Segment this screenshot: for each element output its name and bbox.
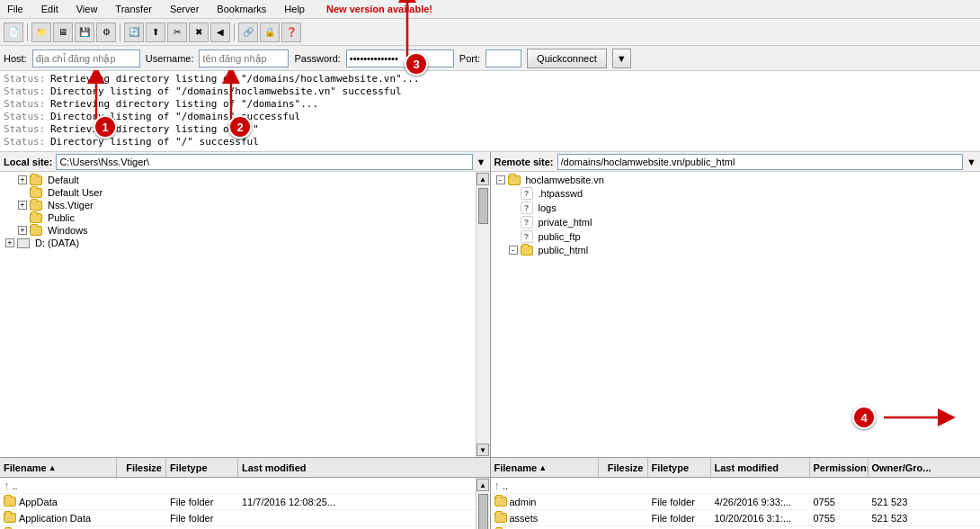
toolbar-btn-8[interactable]: ◀	[210, 22, 230, 42]
local-tree-scrollbar[interactable]: ▲ ▼	[476, 172, 490, 457]
file-cell-size	[117, 478, 166, 493]
toolbar-btn-refresh[interactable]: 🔄	[124, 22, 144, 42]
toolbar: 📄 📁 🖥 💾 ⚙ 🔄 ⬆ ✂ ✖ ◀ 🔗 🔒 ❓	[0, 19, 980, 46]
local-path-input[interactable]	[56, 154, 472, 170]
file-cell-modified: 4/26/2016 9:33:...	[711, 494, 810, 509]
toolbar-btn-9[interactable]: 🔗	[238, 22, 258, 42]
tree-item[interactable]: ?private_html	[493, 215, 979, 229]
expand-icon[interactable]: +	[18, 226, 27, 235]
tree-item[interactable]: -hoclamwebsite.vn	[493, 174, 979, 186]
file-cell-perms: 0755	[810, 494, 869, 509]
tree-item[interactable]: ?logs	[493, 201, 979, 215]
tree-item-label: Default	[48, 175, 79, 185]
table-row[interactable]: admin File folder 4/26/2016 9:33:... 075…	[491, 494, 981, 510]
local-site-label: Local site:	[4, 157, 52, 167]
expand-icon[interactable]: +	[18, 175, 27, 184]
toolbar-btn-4[interactable]: ⚙	[96, 22, 116, 42]
port-label: Port:	[459, 53, 480, 64]
status-row: Status:Retrieving directory listing of "…	[4, 73, 976, 85]
menu-transfer[interactable]: Transfer	[111, 2, 156, 16]
status-label: Status:	[4, 136, 47, 148]
remote-col-owner[interactable]: Owner/Gro...	[869, 458, 981, 477]
local-col-filetype[interactable]: Filetype	[166, 458, 238, 477]
file-cell-name: ↑ ..	[491, 478, 599, 493]
menu-file[interactable]: File	[4, 2, 27, 16]
tree-item[interactable]: -public_html	[493, 244, 979, 256]
file-name: assets	[510, 513, 539, 524]
file-cell-modified: 11/7/2016 12:08:25...	[238, 494, 476, 509]
remote-col-lastmodified[interactable]: Last modified	[711, 458, 810, 477]
file-cell-modified: 10/20/2016 3:1:...	[711, 510, 810, 525]
file-cell-type: File folder	[648, 510, 711, 525]
toolbar-btn-7[interactable]: ✖	[189, 22, 209, 42]
remote-col-filename[interactable]: Filename ▲	[491, 458, 599, 477]
local-file-scrollbar[interactable]: ▲ ▼	[476, 478, 490, 529]
folder-icon	[30, 213, 42, 223]
tree-item[interactable]: Default User	[2, 186, 474, 199]
quickconnect-button[interactable]: Quickconnect	[527, 49, 607, 68]
file-cell-perms	[810, 478, 869, 493]
menu-bookmarks[interactable]: Bookmarks	[213, 2, 270, 16]
tree-item[interactable]: ?public_ftp	[493, 229, 979, 244]
toolbar-btn-11[interactable]: ❓	[281, 22, 301, 42]
expand-icon[interactable]: +	[5, 238, 14, 247]
username-input[interactable]	[199, 49, 289, 67]
tree-item[interactable]: +Nss.Vtiger	[2, 199, 474, 211]
file-cell-modified	[711, 478, 810, 493]
menu-view[interactable]: View	[73, 2, 102, 16]
remote-col-filesize[interactable]: Filesize	[599, 458, 648, 477]
toolbar-btn-new[interactable]: 📄	[4, 22, 23, 42]
toolbar-btn-10[interactable]: 🔒	[260, 22, 280, 42]
local-tree[interactable]: +DefaultDefault User+Nss.VtigerPublic+Wi…	[0, 172, 476, 457]
local-col-lastmodified[interactable]: Last modified	[238, 458, 490, 477]
menu-edit[interactable]: Edit	[38, 2, 62, 16]
tree-item[interactable]: +D: (DATA)	[2, 237, 474, 249]
menu-help[interactable]: Help	[281, 2, 308, 16]
expand-icon[interactable]: -	[496, 175, 505, 184]
expand-icon[interactable]: +	[18, 201, 27, 210]
tree-item[interactable]: +Default	[2, 174, 474, 186]
tree-item[interactable]: +Windows	[2, 224, 474, 237]
remote-file-panel: Filename ▲ Filesize Filetype Last modifi…	[491, 458, 981, 529]
toolbar-btn-open[interactable]: 📁	[31, 22, 51, 42]
panels-container: Local site: ▼ +DefaultDefault User+Nss.V…	[0, 152, 980, 458]
tree-item-label: Windows	[48, 225, 88, 236]
drive-icon	[17, 238, 30, 248]
toolbar-btn-6[interactable]: ✂	[167, 22, 187, 42]
remote-col-filetype[interactable]: Filetype	[648, 458, 711, 477]
remote-site-label: Remote site:	[494, 157, 554, 167]
tree-item[interactable]: Public	[2, 211, 474, 224]
file-cell-size	[599, 510, 648, 525]
quickconnect-dropdown[interactable]: ▼	[612, 49, 631, 68]
file-cell-type: File folder	[648, 494, 711, 509]
toolbar-btn-2[interactable]: 🖥	[53, 22, 73, 42]
toolbar-btn-3[interactable]: 💾	[75, 22, 94, 42]
table-row[interactable]: ↑ ..	[491, 478, 981, 494]
remote-path-input[interactable]	[557, 154, 964, 170]
local-col-filesize[interactable]: Filesize	[117, 458, 166, 477]
table-row[interactable]: AppData File folder 11/7/2016 12:08:25..…	[0, 494, 476, 510]
status-label: Status:	[4, 123, 47, 136]
local-path-dropdown[interactable]: ▼	[477, 157, 486, 167]
folder-icon	[508, 175, 521, 185]
folder-icon	[4, 497, 16, 507]
status-label: Status:	[4, 98, 47, 111]
file-cell-name: ↑ ..	[0, 478, 117, 493]
port-input[interactable]	[486, 49, 521, 67]
connection-bar: Host: Username: Password: Port: Quickcon…	[0, 46, 980, 71]
remote-path-dropdown[interactable]: ▼	[967, 157, 976, 167]
table-row[interactable]: Application Data File folder	[0, 510, 476, 526]
expand-icon[interactable]: -	[509, 246, 518, 255]
local-col-filename[interactable]: Filename ▲	[0, 458, 117, 477]
status-label: Status:	[4, 85, 47, 98]
toolbar-btn-5[interactable]: ⬆	[146, 22, 165, 42]
remote-col-permissions[interactable]: Permissions	[810, 458, 869, 477]
tree-item[interactable]: ?.htpasswd	[493, 186, 979, 201]
host-input[interactable]	[32, 49, 140, 67]
status-text: Retrieving directory listing of "/"	[50, 123, 259, 136]
status-row: Status:Retrieving directory listing of "…	[4, 123, 976, 136]
file-cell-name: admin	[491, 494, 599, 509]
table-row[interactable]: assets File folder 10/20/2016 3:1:... 07…	[491, 510, 981, 526]
table-row[interactable]: ↑ ..	[0, 478, 476, 494]
menu-server[interactable]: Server	[166, 2, 202, 16]
